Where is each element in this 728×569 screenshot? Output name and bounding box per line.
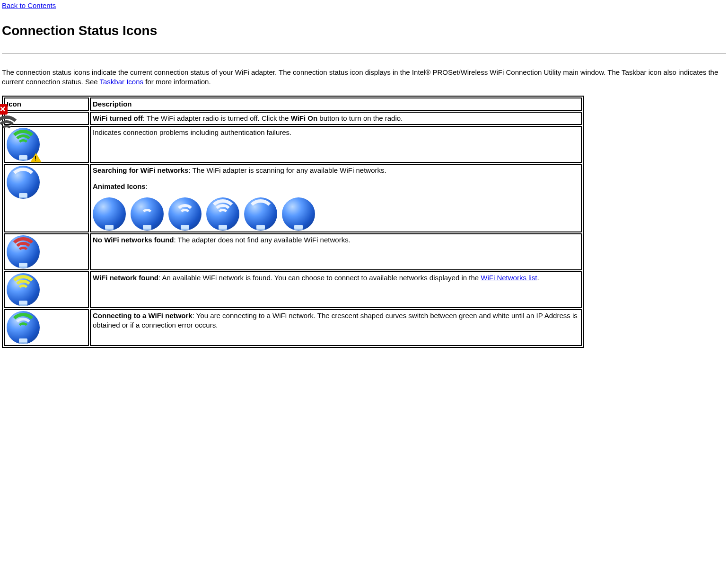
table-header-row: Icon Description <box>4 98 582 111</box>
description-cell: WiFi turned off: The WiFi adapter radio … <box>90 112 582 125</box>
row-label: No WiFi networks found <box>93 236 174 244</box>
animated-icons-row <box>93 197 579 231</box>
header-icon: Icon <box>4 98 89 111</box>
icon-cell <box>4 126 89 163</box>
icon-cell: ✕ <box>4 112 89 125</box>
anim-frame-2-icon <box>131 197 164 231</box>
icon-cell <box>4 271 89 308</box>
row-desc: The WiFi adapter is scanning for any ava… <box>192 166 386 174</box>
row-label: Connecting to a WiFi network <box>93 311 193 320</box>
anim-frame-3-icon <box>168 197 202 231</box>
row-desc-after: button to turn on the radio. <box>317 114 403 122</box>
icon-cell <box>4 309 89 346</box>
row-sep: : <box>193 311 196 320</box>
anim-frame-5-icon <box>244 197 277 231</box>
row-desc-before: The WiFi adapter radio is turned off. Cl… <box>147 114 291 122</box>
wifi-on-inline: WiFi On <box>291 114 318 122</box>
table-row: No WiFi networks found: The adapter does… <box>4 233 582 270</box>
table-row: Connecting to a WiFi network: You are co… <box>4 309 582 346</box>
description-cell: Indicates connection problems including … <box>90 126 582 163</box>
row-desc: The adapter does not find any available … <box>178 236 351 244</box>
description-cell: Connecting to a WiFi network: You are co… <box>90 309 582 346</box>
animated-icons-sep: : <box>146 182 148 190</box>
wifi-connecting-icon <box>7 311 40 344</box>
description-cell: Searching for WiFi networks: The WiFi ad… <box>90 164 582 232</box>
row-desc-after: . <box>537 274 539 282</box>
wifi-found-icon <box>7 273 40 306</box>
table-row: WiFi network found: An available WiFi ne… <box>4 271 582 308</box>
row-sep: : <box>143 114 147 122</box>
anim-frame-1-icon <box>93 197 126 231</box>
header-description: Description <box>90 98 582 111</box>
row-label: WiFi turned off <box>93 114 143 122</box>
back-to-contents-link[interactable]: Back to Contents <box>2 1 56 9</box>
row-plain: Indicates connection problems including … <box>93 128 291 136</box>
taskbar-icons-link[interactable]: Taskbar Icons <box>100 78 144 86</box>
page-title: Connection Status Icons <box>2 22 726 40</box>
row-label: WiFi network found <box>93 274 158 282</box>
icon-cell <box>4 164 89 232</box>
divider <box>2 53 726 53</box>
table-row: ✕ WiFi turned off: The WiFi adapter radi… <box>4 112 582 125</box>
intro-paragraph: The connection status icons indicate the… <box>2 68 726 87</box>
description-cell: WiFi network found: An available WiFi ne… <box>90 271 582 308</box>
wifi-problem-icon <box>7 128 40 161</box>
description-cell: No WiFi networks found: The adapter does… <box>90 233 582 270</box>
icon-cell <box>4 233 89 270</box>
row-desc-before: An available WiFi network is found. You … <box>162 274 481 282</box>
wifi-networks-list-link[interactable]: WiFi Networks list <box>481 274 537 282</box>
wifi-searching-icon <box>7 166 40 199</box>
icon-table: Icon Description ✕ WiFi turned off: The … <box>2 96 584 348</box>
intro-text-after: for more information. <box>143 78 211 86</box>
warning-badge-icon <box>30 153 42 162</box>
table-row: Indicates connection problems including … <box>4 126 582 163</box>
row-sep: : <box>158 274 162 282</box>
animated-icons-label: Animated Icons <box>93 182 146 190</box>
row-sep: : <box>174 236 178 244</box>
row-label: Searching for WiFi networks <box>93 166 188 174</box>
wifi-none-found-icon <box>7 235 40 268</box>
anim-frame-4-icon <box>206 197 239 231</box>
anim-frame-6-icon <box>282 197 315 231</box>
table-row: Searching for WiFi networks: The WiFi ad… <box>4 164 582 232</box>
x-badge-icon: ✕ <box>0 104 8 115</box>
